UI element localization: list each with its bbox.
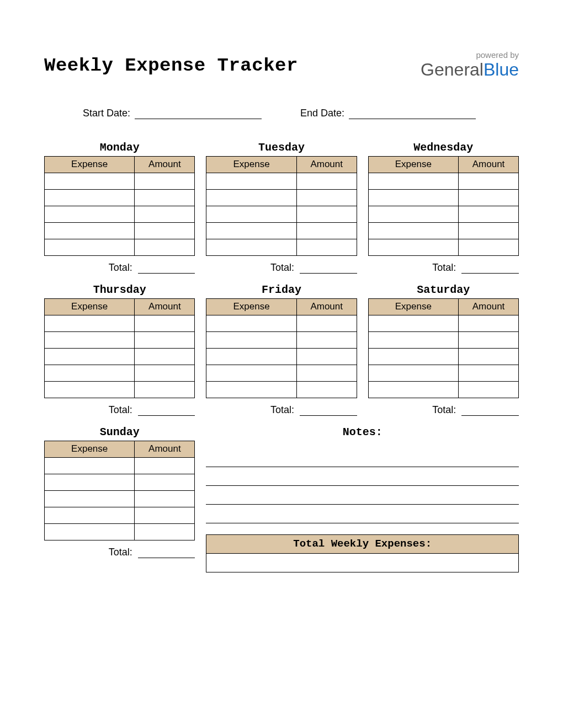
amount-cell[interactable] (459, 381, 519, 398)
end-date-input[interactable] (349, 107, 476, 119)
expense-cell[interactable] (45, 457, 135, 474)
table-row (45, 315, 195, 331)
amount-cell[interactable] (135, 507, 195, 523)
amount-cell[interactable] (135, 173, 195, 189)
expense-cell[interactable] (45, 381, 135, 398)
expense-cell[interactable] (368, 381, 458, 398)
amount-cell[interactable] (459, 331, 519, 348)
expense-cell[interactable] (45, 523, 135, 540)
expense-cell[interactable] (45, 173, 135, 189)
expense-cell[interactable] (368, 189, 458, 206)
amount-cell[interactable] (296, 189, 357, 206)
expense-cell[interactable] (368, 206, 458, 222)
expense-cell[interactable] (206, 381, 296, 398)
weekly-total-input[interactable] (206, 553, 519, 572)
expense-cell[interactable] (206, 239, 296, 255)
amount-cell[interactable] (459, 189, 519, 206)
amount-cell[interactable] (135, 490, 195, 507)
amount-cell[interactable] (459, 239, 519, 255)
expense-cell[interactable] (45, 365, 135, 381)
expense-cell[interactable] (45, 331, 135, 348)
expense-cell[interactable] (45, 507, 135, 523)
total-input[interactable] (138, 259, 195, 274)
table-row (368, 348, 518, 365)
amount-cell[interactable] (459, 315, 519, 331)
expense-cell[interactable] (206, 206, 296, 222)
table-row (206, 315, 357, 331)
amount-cell[interactable] (296, 365, 357, 381)
table-row (206, 222, 357, 239)
amount-cell[interactable] (135, 457, 195, 474)
amount-cell[interactable] (296, 348, 357, 365)
expense-cell[interactable] (368, 315, 458, 331)
amount-cell[interactable] (459, 365, 519, 381)
day-block-thursday: ThursdayExpenseAmountTotal: (44, 283, 195, 416)
amount-cell[interactable] (296, 331, 357, 348)
amount-cell[interactable] (296, 315, 357, 331)
amount-cell[interactable] (135, 206, 195, 222)
amount-cell[interactable] (135, 222, 195, 239)
expense-cell[interactable] (368, 222, 458, 239)
amount-cell[interactable] (135, 365, 195, 381)
amount-cell[interactable] (135, 239, 195, 255)
expense-cell[interactable] (206, 222, 296, 239)
amount-cell[interactable] (135, 523, 195, 540)
expense-cell[interactable] (368, 365, 458, 381)
expense-cell[interactable] (45, 222, 135, 239)
col-header-amount: Amount (135, 441, 195, 457)
expense-cell[interactable] (368, 173, 458, 189)
total-input[interactable] (300, 402, 357, 416)
amount-cell[interactable] (296, 222, 357, 239)
total-input[interactable] (461, 259, 519, 274)
expense-cell[interactable] (206, 189, 296, 206)
amount-cell[interactable] (459, 206, 519, 222)
note-line[interactable] (206, 467, 519, 486)
expense-table: ExpenseAmount (206, 298, 357, 398)
amount-cell[interactable] (296, 381, 357, 398)
amount-cell[interactable] (135, 315, 195, 331)
start-date-label: Start Date: (83, 108, 130, 119)
day-total-row: Total: (44, 402, 195, 416)
expense-cell[interactable] (206, 348, 296, 365)
expense-cell[interactable] (368, 348, 458, 365)
day-title: Wednesday (368, 141, 519, 154)
note-line[interactable] (206, 505, 519, 523)
expense-cell[interactable] (45, 206, 135, 222)
total-input[interactable] (300, 259, 357, 274)
total-label: Total: (206, 262, 296, 274)
expense-cell[interactable] (206, 365, 296, 381)
amount-cell[interactable] (135, 331, 195, 348)
expense-cell[interactable] (45, 189, 135, 206)
expense-cell[interactable] (206, 331, 296, 348)
start-date-input[interactable] (135, 107, 262, 119)
amount-cell[interactable] (459, 173, 519, 189)
note-line[interactable] (206, 448, 519, 467)
total-input[interactable] (138, 544, 195, 558)
amount-cell[interactable] (459, 348, 519, 365)
expense-cell[interactable] (206, 315, 296, 331)
table-row (45, 523, 195, 540)
table-row (368, 206, 518, 222)
amount-cell[interactable] (135, 189, 195, 206)
expense-cell[interactable] (206, 173, 296, 189)
amount-cell[interactable] (135, 381, 195, 398)
table-row (368, 239, 518, 255)
amount-cell[interactable] (135, 474, 195, 490)
day-block-friday: FridayExpenseAmountTotal: (206, 283, 357, 416)
total-input[interactable] (461, 402, 519, 416)
amount-cell[interactable] (135, 348, 195, 365)
amount-cell[interactable] (296, 239, 357, 255)
expense-cell[interactable] (45, 315, 135, 331)
expense-cell[interactable] (368, 239, 458, 255)
expense-cell[interactable] (45, 348, 135, 365)
expense-cell[interactable] (45, 490, 135, 507)
amount-cell[interactable] (296, 206, 357, 222)
note-line[interactable] (206, 486, 519, 505)
amount-cell[interactable] (296, 173, 357, 189)
expense-cell[interactable] (45, 239, 135, 255)
expense-cell[interactable] (45, 474, 135, 490)
total-input[interactable] (138, 402, 195, 416)
expense-cell[interactable] (368, 331, 458, 348)
total-label: Total: (44, 404, 135, 416)
amount-cell[interactable] (459, 222, 519, 239)
